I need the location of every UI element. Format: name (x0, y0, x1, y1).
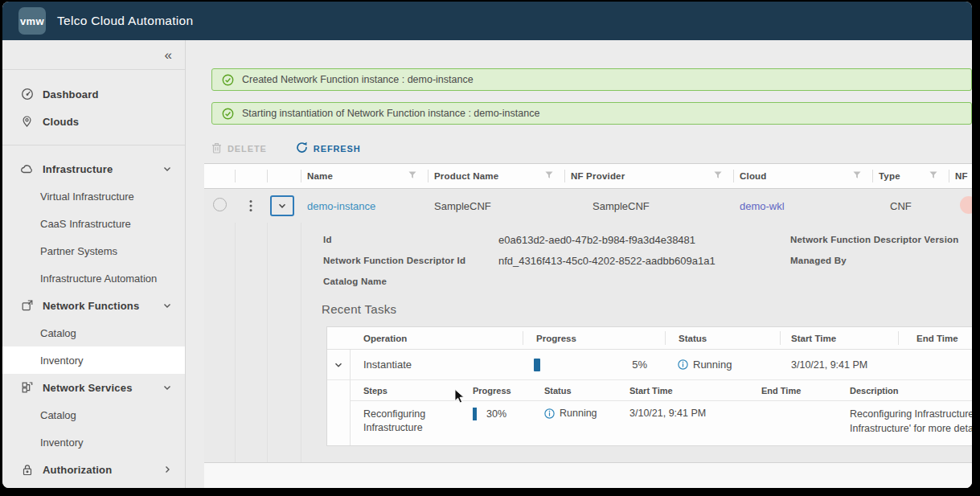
column-header-product-name: Product Name (428, 164, 564, 188)
nf-status-dot (960, 196, 972, 214)
sidebar-item-ns-catalog[interactable]: Catalog (2, 401, 185, 428)
success-alert-instantiation: Starting instantiation of Network Functi… (211, 102, 972, 125)
table-header-row: Name Product Name NF Provider Cloud (204, 164, 972, 189)
alert-text: Starting instantiation of Network Functi… (242, 108, 539, 119)
filter-icon[interactable] (408, 171, 416, 181)
sidebar-item-partner-systems[interactable]: Partner Systems (2, 237, 185, 264)
field-label-nfd-id: Network Function Descriptor Id (323, 256, 498, 265)
step-description-line1: Reconfiguring Infrastructure d (850, 408, 972, 420)
sidebar-item-infrastructure-automation[interactable]: Infrastructure Automation (2, 264, 185, 292)
sidebar-item-network-functions[interactable]: Network Functions (2, 292, 185, 319)
refresh-button[interactable]: REFRESH (296, 141, 361, 155)
steps-column-description: Description (830, 380, 972, 401)
column-label: NF Provider (571, 171, 625, 181)
app-header: vmw Telco Cloud Automation (2, 2, 972, 40)
sidebar-item-clouds[interactable]: Clouds (2, 108, 185, 135)
sidebar-item-label: Authorization (43, 464, 112, 476)
filter-icon[interactable] (545, 171, 553, 181)
column-separator (350, 350, 351, 445)
step-start-time: 3/10/21, 9:41 PM (629, 408, 706, 419)
divider (2, 69, 185, 70)
field-label-nfd-version: Network Function Descriptor Version (790, 235, 966, 244)
cloud-link[interactable]: demo-wkl (740, 200, 785, 212)
delete-button[interactable]: DELETE (211, 142, 267, 155)
sidebar-item-dashboard[interactable]: Dashboard (2, 80, 185, 108)
sidebar: « Dashboard Clouds Infrastruc (2, 40, 186, 488)
vmware-logo[interactable]: vmw (18, 7, 46, 35)
sidebar-item-label: Network Services (43, 382, 133, 394)
chevron-right-icon (162, 465, 172, 474)
sidebar-item-label: Infrastructure Automation (40, 273, 157, 285)
grid-toolbar: DELETE REFRESH (211, 141, 972, 155)
location-pin-icon (20, 115, 34, 129)
chevron-down-icon (162, 383, 172, 392)
network-function-icon (20, 299, 34, 313)
tasks-column-start-time: Start Time (780, 327, 898, 349)
success-check-icon (222, 108, 234, 120)
filter-icon[interactable] (714, 171, 722, 181)
main-content: Created Network Function instance : demo… (186, 40, 972, 488)
step-status: Running (560, 408, 597, 419)
divider (2, 145, 185, 146)
row-actions-kebab-icon[interactable] (235, 199, 267, 212)
nf-provider-value: SampleCNF (593, 200, 650, 212)
column-label: Product Name (434, 171, 498, 181)
sidebar-item-ns-inventory[interactable]: Inventory (2, 428, 185, 456)
column-header-nf-provider: NF Provider (564, 164, 733, 188)
row-select-radio[interactable] (213, 198, 227, 211)
info-icon (678, 359, 688, 370)
steps-column-status: Status (533, 380, 623, 401)
sidebar-item-label: Catalog (40, 327, 76, 339)
table-footer-area (204, 462, 972, 488)
recent-tasks-title: Recent Tasks (322, 302, 972, 316)
step-name: Reconfiguring Infrastructure (363, 408, 425, 433)
delete-button-label: DELETE (228, 144, 267, 154)
refresh-icon (296, 141, 308, 155)
sidebar-item-network-services[interactable]: Network Services (2, 374, 185, 401)
sidebar-item-label: Dashboard (43, 88, 99, 100)
task-collapse-chevron-icon[interactable] (327, 360, 350, 370)
dashboard-icon (20, 88, 34, 101)
column-header-name: Name (301, 164, 428, 188)
column-label: Cloud (740, 171, 767, 181)
filter-icon[interactable] (929, 171, 937, 181)
chevron-down-icon (277, 201, 287, 211)
sidebar-item-label: CaaS Infrastructure (40, 218, 131, 230)
steps-column-progress: Progress (473, 380, 533, 401)
tasks-column-status: Status (665, 327, 780, 349)
sidebar-item-nf-catalog[interactable]: Catalog (2, 319, 185, 346)
tasks-column-operation: Operation (350, 327, 523, 349)
app-window: vmw Telco Cloud Automation « Dashboard C… (2, 2, 972, 488)
field-value-nfd-id: nfd_4316f413-45c0-4202-8522-aadbb609a1a1 (498, 255, 716, 267)
row-expand-button[interactable] (270, 195, 294, 216)
sidebar-item-label: Clouds (43, 116, 79, 128)
sidebar-item-caas-infrastructure[interactable]: CaaS Infrastructure (2, 210, 185, 237)
column-label: NF (955, 171, 968, 181)
sidebar-item-label: Virtual Infrastructure (40, 191, 134, 203)
sidebar-item-authorization[interactable]: Authorization (2, 456, 185, 483)
type-value: CNF (890, 200, 912, 212)
nf-instance-name-link[interactable]: demo-instance (307, 200, 375, 212)
filter-icon[interactable] (853, 171, 861, 181)
sidebar-item-infrastructure[interactable]: Infrastructure (2, 155, 185, 182)
table-row-demo-instance[interactable]: demo-instance SampleCNF SampleCNF demo-w… (204, 189, 972, 223)
sidebar-collapse-icon[interactable]: « (165, 48, 172, 62)
column-header-cloud: Cloud (733, 164, 872, 188)
vmware-logo-text: vmw (20, 15, 44, 27)
step-progress-bar (473, 408, 477, 420)
tasks-header-row: Operation Progress Status Start Time End… (327, 327, 972, 350)
product-name-value: SampleCNF (434, 200, 491, 212)
sidebar-item-virtual-infrastructure[interactable]: Virtual Infrastructure (2, 182, 185, 210)
sidebar-item-nf-inventory[interactable]: Inventory (2, 346, 185, 374)
chevron-down-icon (162, 164, 172, 174)
sidebar-item-label: Inventory (40, 355, 83, 367)
column-header-type: Type (872, 164, 949, 188)
task-operation: Instantiate (363, 359, 412, 371)
steps-column-steps: Steps (350, 380, 473, 401)
app-title: Telco Cloud Automation (57, 14, 193, 28)
tasks-column-progress: Progress (523, 327, 665, 349)
column-label: Name (307, 171, 333, 181)
task-progress-label: 5% (632, 359, 647, 371)
field-label-catalog-name: Catalog Name (323, 277, 498, 286)
steps-column-end-time: End Time (744, 380, 830, 401)
